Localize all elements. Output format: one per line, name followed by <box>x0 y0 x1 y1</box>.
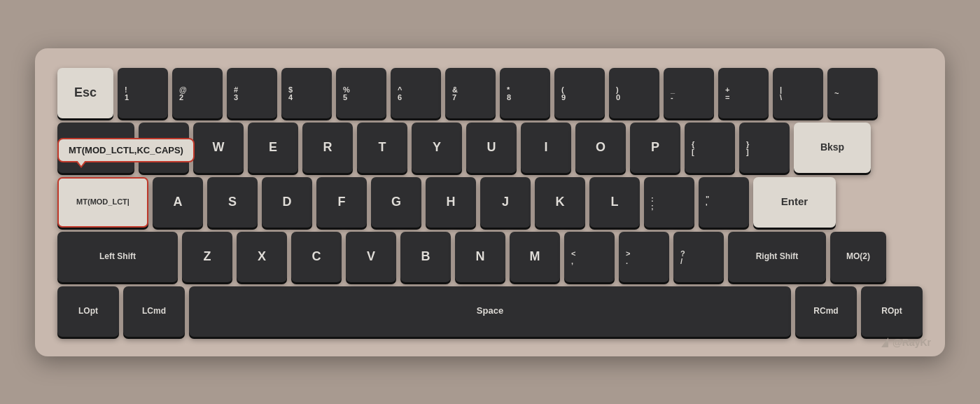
key-caps[interactable]: MT(MOD_LCT| <box>57 177 148 228</box>
key-lcmd[interactable]: LCmd <box>123 286 185 337</box>
key-tilde[interactable]: ~ <box>827 68 878 118</box>
space-label: Space <box>477 306 503 316</box>
key-8-bot: 8 <box>507 94 511 102</box>
slash-bot: / <box>680 258 682 265</box>
key-mo2[interactable]: MO(2) <box>830 232 886 282</box>
slash-top: ? <box>680 250 685 258</box>
rshift-label: Right Shift <box>756 252 799 261</box>
key-v[interactable]: V <box>346 232 396 282</box>
key-enter[interactable]: Enter <box>753 177 836 228</box>
key-d[interactable]: D <box>262 177 312 228</box>
key-minus[interactable]: _ - <box>664 68 714 118</box>
g-label: G <box>391 195 401 209</box>
lcmd-label: LCmd <box>142 307 166 316</box>
key-r[interactable]: R <box>302 123 353 173</box>
row-bottom: LOpt LCmd Space RCmd ROpt <box>57 286 923 337</box>
key-esc[interactable]: Esc <box>57 68 113 118</box>
key-2[interactable]: @ 2 <box>172 68 223 118</box>
key-p[interactable]: P <box>630 123 680 173</box>
key-ropt[interactable]: ROpt <box>861 286 923 337</box>
key-left-shift[interactable]: Left Shift <box>57 232 178 282</box>
key-9-top: ( <box>561 86 564 94</box>
key-right-shift[interactable]: Right Shift <box>728 232 826 282</box>
key-1-top: ! <box>125 86 127 94</box>
lshift-label: Left Shift <box>99 252 136 261</box>
key-space[interactable]: Space <box>189 286 791 337</box>
key-n[interactable]: N <box>455 232 505 282</box>
key-f[interactable]: F <box>316 177 367 228</box>
key-quote[interactable]: " ' <box>699 177 749 228</box>
key-5[interactable]: % 5 <box>336 68 386 118</box>
j-label: J <box>502 195 509 209</box>
key-a[interactable]: A <box>153 177 203 228</box>
key-k[interactable]: K <box>535 177 585 228</box>
key-4-top: $ <box>288 86 293 94</box>
period-bot: . <box>626 258 628 265</box>
key-6[interactable]: ^ 6 <box>391 68 441 118</box>
watermark: @RayKr <box>881 337 931 348</box>
key-0[interactable]: ) 0 <box>609 68 659 118</box>
key-y[interactable]: Y <box>412 123 462 173</box>
key-3-top: # <box>234 86 238 94</box>
key-5-bot: 5 <box>343 94 347 102</box>
key-equals-bot: = <box>725 94 729 102</box>
key-7-bot: 7 <box>452 94 456 102</box>
key-s[interactable]: S <box>207 177 258 228</box>
key-e[interactable]: E <box>248 123 298 173</box>
rbracket-top: } <box>746 141 749 148</box>
rbracket-bot: ] <box>746 148 749 156</box>
key-o[interactable]: O <box>575 123 626 173</box>
quote-bot: ' <box>706 203 708 211</box>
key-x[interactable]: X <box>237 232 287 282</box>
key-w[interactable]: W <box>193 123 244 173</box>
key-backslash-bot: \ <box>780 94 782 102</box>
key-lopt[interactable]: LOpt <box>57 286 119 337</box>
z-label: Z <box>204 250 211 264</box>
key-backslash[interactable]: | \ <box>773 68 823 118</box>
key-g[interactable]: G <box>371 177 421 228</box>
comma-bot: , <box>571 258 573 265</box>
period-top: > <box>626 250 630 258</box>
key-4[interactable]: $ 4 <box>281 68 332 118</box>
key-6-bot: 6 <box>398 94 402 102</box>
key-comma[interactable]: < , <box>564 232 615 282</box>
key-2-top: @ <box>179 86 187 94</box>
key-semi[interactable]: : ; <box>644 177 694 228</box>
comma-top: < <box>571 250 575 258</box>
u-label: U <box>487 141 496 155</box>
key-i[interactable]: I <box>521 123 571 173</box>
i-label: I <box>544 141 547 155</box>
esc-label: Esc <box>74 86 97 100</box>
r-label: R <box>323 141 332 155</box>
o-label: O <box>596 141 606 155</box>
key-m[interactable]: M <box>510 232 560 282</box>
key-lbracket[interactable]: { [ <box>685 123 735 173</box>
key-t[interactable]: T <box>357 123 407 173</box>
key-backspace[interactable]: Bksp <box>794 123 871 173</box>
key-8[interactable]: * 8 <box>500 68 550 118</box>
key-h[interactable]: H <box>426 177 476 228</box>
t-label: T <box>379 141 386 155</box>
key-z[interactable]: Z <box>182 232 232 282</box>
key-3[interactable]: # 3 <box>227 68 277 118</box>
x-label: X <box>258 250 266 264</box>
key-rbracket[interactable]: } ] <box>739 123 790 173</box>
key-u[interactable]: U <box>466 123 517 173</box>
f-label: F <box>338 195 346 209</box>
key-j[interactable]: J <box>480 177 531 228</box>
key-equals[interactable]: + = <box>718 68 769 118</box>
ropt-label: ROpt <box>881 307 902 316</box>
d-label: D <box>283 195 292 209</box>
m-label: M <box>530 250 540 264</box>
key-slash[interactable]: ? / <box>673 232 724 282</box>
semi-bot: ; <box>651 203 654 211</box>
key-1[interactable]: ! 1 <box>118 68 168 118</box>
key-b[interactable]: B <box>400 232 451 282</box>
key-9[interactable]: ( 9 <box>554 68 605 118</box>
key-5-top: % <box>343 86 350 94</box>
key-c[interactable]: C <box>291 232 342 282</box>
key-l[interactable]: L <box>589 177 640 228</box>
key-rcmd[interactable]: RCmd <box>795 286 857 337</box>
key-period[interactable]: > . <box>619 232 669 282</box>
key-7[interactable]: & 7 <box>445 68 496 118</box>
